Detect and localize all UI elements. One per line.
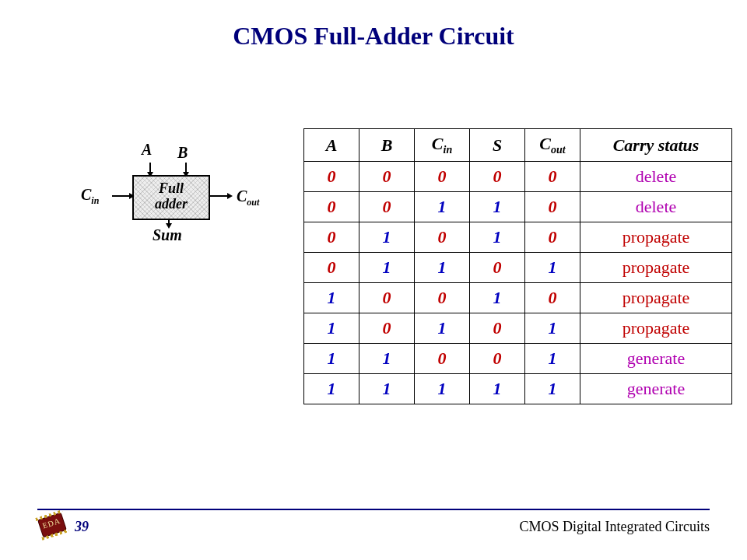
label-cout-base: C (237, 187, 247, 205)
footer-row: EDA 39 CMOS Digital Integrated Circuits (37, 513, 710, 540)
cell-value: 1 (525, 374, 580, 404)
full-adder-box: Full adder (132, 175, 210, 220)
cell-value: 0 (415, 344, 470, 374)
cell-value: 0 (525, 162, 580, 192)
arrow-icon (166, 223, 172, 229)
cell-value: 0 (525, 222, 580, 253)
footer-rule (37, 509, 710, 510)
arrow-icon (227, 193, 233, 199)
cell-value: 1 (304, 344, 359, 374)
col-s: S (470, 129, 525, 162)
cell-status: propagate (580, 222, 732, 253)
cell-status: propagate (580, 283, 732, 313)
col-cin: Cin (415, 129, 470, 162)
logo-text: EDA (39, 516, 64, 531)
col-cout: Cout (525, 129, 580, 162)
truth-table: A B Cin S Cout Carry status 00000delete0… (303, 128, 732, 404)
cell-value: 1 (470, 192, 525, 222)
cell-status: generate (580, 374, 732, 404)
chip-icon: EDA (38, 513, 65, 537)
cell-value: 0 (304, 192, 359, 222)
cell-value: 1 (415, 374, 470, 404)
table-row: 01010propagate (304, 222, 732, 253)
table-row: 10101propagate (304, 313, 732, 344)
cell-value: 1 (470, 283, 525, 313)
cell-value: 0 (415, 222, 470, 253)
cell-value: 1 (525, 344, 580, 374)
box-label-line1: Full (159, 180, 184, 196)
cell-value: 0 (415, 162, 470, 192)
cell-value: 1 (415, 313, 470, 344)
slide: CMOS Full-Adder Circuit A B Cin Cout Sum (0, 0, 747, 560)
label-cin: Cin (81, 186, 99, 207)
cell-value: 0 (359, 192, 415, 222)
cell-value: 0 (470, 344, 525, 374)
cell-value: 1 (415, 192, 470, 222)
label-cout-sub: out (247, 197, 259, 208)
label-cout: Cout (237, 187, 259, 208)
cell-value: 1 (304, 283, 359, 313)
col-status: Carry status (580, 129, 732, 162)
cell-value: 1 (304, 313, 359, 344)
cell-status: delete (580, 192, 732, 222)
cell-value: 0 (415, 283, 470, 313)
slide-title: CMOS Full-Adder Circuit (0, 0, 747, 51)
cell-status: propagate (580, 313, 732, 344)
col-a: A (304, 129, 359, 162)
cell-value: 0 (304, 222, 359, 253)
table-row: 00110delete (304, 192, 732, 222)
cell-value: 0 (470, 313, 525, 344)
label-a: A (142, 141, 152, 159)
cell-value: 0 (304, 162, 359, 192)
table-row: 10010propagate (304, 283, 732, 313)
cell-value: 1 (304, 374, 359, 404)
slide-content: A B Cin Cout Sum Full adder (0, 128, 747, 404)
cell-value: 1 (525, 253, 580, 283)
header-row: A B Cin S Cout Carry status (304, 129, 732, 162)
label-sum: Sum (153, 226, 182, 244)
cell-value: 0 (359, 162, 415, 192)
page-number: 39 (75, 519, 89, 535)
cell-value: 1 (470, 374, 525, 404)
cell-value: 1 (470, 222, 525, 253)
cell-value: 0 (359, 313, 415, 344)
footer-left: EDA 39 (37, 513, 89, 540)
cell-value: 0 (359, 283, 415, 313)
cell-value: 1 (359, 374, 415, 404)
table-row: 00000delete (304, 162, 732, 192)
table-head: A B Cin S Cout Carry status (304, 129, 732, 162)
cell-value: 1 (359, 344, 415, 374)
col-b: B (359, 129, 415, 162)
table-row: 01101propagate (304, 253, 732, 283)
table-row: 11001generate (304, 344, 732, 374)
label-cin-base: C (81, 186, 91, 203)
cell-value: 0 (525, 192, 580, 222)
box-label: Full adder (134, 177, 209, 212)
label-cin-sub: in (91, 195, 99, 206)
table-body: 00000delete00110delete01010propagate0110… (304, 162, 732, 404)
cell-value: 1 (525, 313, 580, 344)
cell-value: 0 (525, 283, 580, 313)
cell-value: 0 (470, 162, 525, 192)
eda-logo-icon: EDA (37, 513, 68, 540)
course-name: CMOS Digital Integrated Circuits (520, 519, 710, 535)
cell-status: propagate (580, 253, 732, 283)
label-b: B (177, 144, 188, 162)
footer: EDA 39 CMOS Digital Integrated Circuits (37, 509, 710, 540)
full-adder-diagram: A B Cin Cout Sum Full adder (31, 128, 296, 299)
cell-status: delete (580, 162, 732, 192)
truth-table-wrap: A B Cin S Cout Carry status 00000delete0… (303, 128, 732, 404)
cell-value: 0 (304, 253, 359, 283)
table-row: 11111generate (304, 374, 732, 404)
cell-value: 1 (415, 253, 470, 283)
cell-value: 0 (470, 253, 525, 283)
cell-value: 1 (359, 253, 415, 283)
cell-value: 1 (359, 222, 415, 253)
cell-status: generate (580, 344, 732, 374)
box-label-line2: adder (155, 196, 188, 212)
